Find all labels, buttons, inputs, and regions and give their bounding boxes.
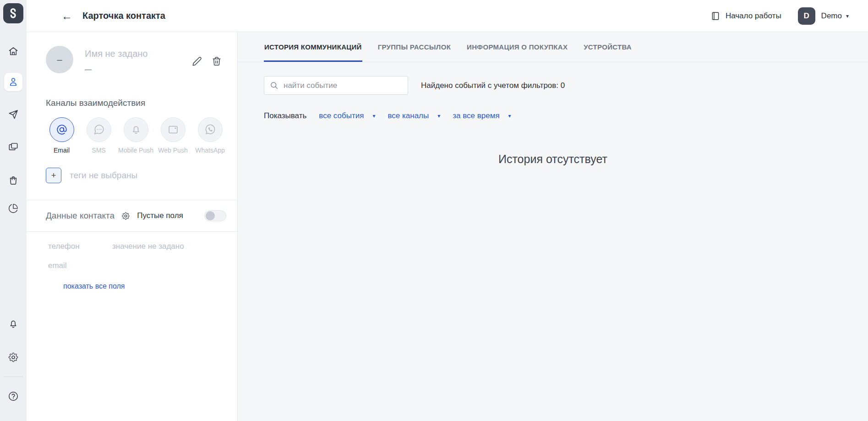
sidebar-item-campaigns[interactable] <box>4 105 22 124</box>
filter-value: за все время <box>453 111 499 120</box>
sidebar-item-settings[interactable] <box>4 348 22 366</box>
empty-history-message: История отсутствует <box>238 153 868 166</box>
back-button[interactable]: ← <box>61 11 72 22</box>
contact-actions <box>192 46 222 73</box>
event-search-input[interactable] <box>284 81 402 90</box>
overlapping-windows-icon <box>8 142 19 153</box>
show-all-fields-link[interactable]: показать все поля <box>63 282 125 290</box>
edit-contact-button[interactable] <box>192 49 202 73</box>
caret-down-icon: ▾ <box>508 113 511 119</box>
logo-squiggle-icon <box>6 6 20 20</box>
field-value: значение не задано <box>112 242 184 251</box>
chat-bubble-icon <box>93 124 105 136</box>
empty-fields-toggle[interactable] <box>204 210 226 221</box>
sidebar-divider <box>4 377 23 377</box>
app-sidebar <box>0 0 27 421</box>
sidebar-item-products[interactable] <box>4 171 22 189</box>
user-name: Demo <box>821 11 842 21</box>
filter-value: все каналы <box>388 111 429 120</box>
field-row[interactable]: телефон значение не задано <box>48 242 226 251</box>
sidebar-item-help[interactable] <box>4 387 22 405</box>
contact-data-title: Данные контакта <box>46 211 115 221</box>
app-logo[interactable] <box>3 3 23 23</box>
contact-secondary-placeholder: — <box>85 65 148 73</box>
sidebar-item-analytics[interactable] <box>4 199 22 218</box>
contact-fields: телефон значение не задано email показат… <box>27 232 237 290</box>
getting-started-link[interactable]: Начало работы <box>710 11 781 21</box>
sidebar-item-scenarios[interactable] <box>4 138 22 156</box>
field-name: телефон <box>48 242 112 251</box>
events-toolbar: Найдено событий с учетом фильтров: 0 <box>264 76 868 95</box>
filter-event-type[interactable]: все события ▾ <box>319 111 375 120</box>
caret-down-icon: ▾ <box>437 113 440 119</box>
whatsapp-icon <box>204 124 216 136</box>
add-tag-button[interactable]: + <box>46 168 61 183</box>
tags-row: + теги не выбраны <box>46 168 237 183</box>
channel-sms[interactable]: SMS <box>80 117 117 154</box>
channel-label: SMS <box>92 147 105 154</box>
channel-label: Mobile Push <box>118 147 153 154</box>
pencil-icon <box>192 56 202 66</box>
contact-data-header: Данные контакта Пустые поля <box>27 200 237 232</box>
book-icon <box>710 11 721 21</box>
contact-avatar: – <box>46 46 73 73</box>
empty-fields-label: Пустые поля <box>137 211 183 220</box>
question-circle-icon <box>8 391 19 402</box>
main-content: ИСТОРИЯ КОММУНИКАЦИЙ ГРУППЫ РАССЫЛОК ИНФ… <box>238 32 868 421</box>
channel-label: Web Push <box>158 147 187 154</box>
plus-icon: + <box>51 171 56 180</box>
filters-label: Показывать <box>264 111 306 120</box>
tab-bar: ИСТОРИЯ КОММУНИКАЦИЙ ГРУППЫ РАССЫЛОК ИНФ… <box>238 32 868 62</box>
results-summary: Найдено событий с учетом фильтров: 0 <box>421 81 565 90</box>
bell-icon <box>130 124 142 136</box>
browser-window-icon <box>167 124 179 136</box>
contact-panel: – Имя не задано — Каналы взаимодействия … <box>27 32 238 421</box>
contact-name-placeholder: Имя не задано <box>85 49 148 59</box>
tags-placeholder: теги не выбраны <box>70 170 137 180</box>
getting-started-label: Начало работы <box>726 11 781 21</box>
filters-row: Показывать все события ▾ все каналы ▾ за… <box>264 111 868 120</box>
channel-web-push[interactable]: Web Push <box>154 117 191 154</box>
page-title: Карточка контакта <box>82 11 165 21</box>
filter-value: все события <box>319 111 364 120</box>
filter-channel[interactable]: все каналы ▾ <box>388 111 440 120</box>
field-row[interactable]: email <box>48 261 226 270</box>
channel-email[interactable]: Email <box>43 117 80 154</box>
gear-icon <box>121 212 130 220</box>
contact-profile: – Имя не задано — <box>27 32 237 73</box>
tab-communication-history[interactable]: ИСТОРИЯ КОММУНИКАЦИЙ <box>264 32 362 62</box>
fields-settings-button[interactable] <box>121 212 130 220</box>
channel-mobile-push[interactable]: Mobile Push <box>117 117 154 154</box>
contact-names: Имя не задано — <box>85 46 148 73</box>
page-header: ← Карточка контакта Начало работы D Demo… <box>27 0 868 32</box>
tab-purchase-info[interactable]: ИНФОРМАЦИЯ О ПОКУПКАХ <box>466 32 568 62</box>
search-icon <box>270 81 278 90</box>
caret-down-icon: ▾ <box>372 113 375 119</box>
bell-icon <box>8 318 19 329</box>
gear-icon <box>8 352 19 363</box>
tab-devices[interactable]: УСТРОЙСТВА <box>583 32 632 62</box>
shopping-bag-icon <box>8 175 19 186</box>
sidebar-item-home[interactable] <box>4 42 22 60</box>
pie-chart-icon <box>8 203 19 214</box>
filter-period[interactable]: за все время ▾ <box>453 111 511 120</box>
channels-list: Email SMS Mobile Push Web Push WhatsApp <box>43 117 237 154</box>
user-menu[interactable]: D Demo ▾ <box>798 7 849 25</box>
header-actions: Начало работы D Demo ▾ <box>710 7 868 25</box>
field-name: email <box>48 261 112 270</box>
channel-label: Email <box>54 147 70 154</box>
sidebar-item-notifications[interactable] <box>4 315 22 333</box>
toggle-knob <box>206 211 215 220</box>
channel-whatsapp[interactable]: WhatsApp <box>191 117 229 154</box>
chevron-down-icon: ▾ <box>846 13 849 19</box>
home-icon <box>8 46 19 57</box>
person-icon <box>8 77 19 87</box>
at-sign-icon <box>56 124 68 136</box>
trash-icon <box>212 56 222 66</box>
channels-section-title: Каналы взаимодействия <box>46 98 237 108</box>
delete-contact-button[interactable] <box>212 49 222 73</box>
tab-mailing-groups[interactable]: ГРУППЫ РАССЫЛОК <box>377 32 451 62</box>
paper-plane-icon <box>8 109 19 120</box>
channel-label: WhatsApp <box>195 147 225 154</box>
sidebar-item-contacts[interactable] <box>4 73 22 91</box>
